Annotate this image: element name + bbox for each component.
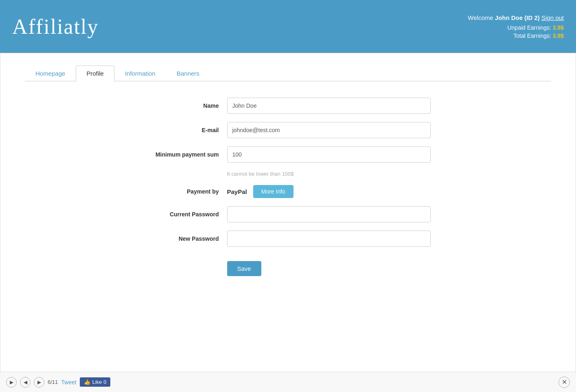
- total-value: 3.9$: [553, 33, 564, 39]
- total-earnings-line: Total Earnings: 3.9$: [468, 33, 564, 39]
- like-label: Like 0: [92, 379, 107, 385]
- current-password-row: Current Password: [146, 206, 431, 222]
- profile-form: Name E-mail Minimum payment sum It canno…: [146, 98, 431, 276]
- close-icon: ✕: [562, 378, 567, 386]
- payment-row: Payment by PayPal More Info: [146, 185, 431, 198]
- main-content: Homepage Profile Information Banners Nam…: [0, 53, 576, 386]
- total-label: Total Earnings:: [513, 33, 553, 39]
- close-button[interactable]: ✕: [558, 377, 570, 388]
- tab-homepage[interactable]: Homepage: [25, 65, 76, 81]
- unpaid-value: 3.9$: [553, 24, 564, 31]
- logo: Affiliatly: [12, 15, 99, 39]
- next-icon: ▶: [37, 379, 41, 385]
- bottom-left: ▶ ◀ ▶ 6/11 Tweet 👍 Like 0: [6, 377, 110, 388]
- payment-by-label: Payment by: [146, 188, 227, 195]
- tab-banners[interactable]: Banners: [166, 65, 210, 81]
- unpaid-earnings-line: Unpaid Earnings: 3.9$: [468, 24, 564, 31]
- play-icon: ▶: [10, 379, 13, 385]
- header-right: Welcome John Doe (ID 2) Sign out Unpaid …: [468, 14, 564, 39]
- tab-information[interactable]: Information: [114, 65, 166, 81]
- prev-button[interactable]: ◀: [20, 377, 31, 388]
- new-password-label: New Password: [146, 235, 227, 242]
- new-password-input[interactable]: [227, 231, 431, 247]
- prev-icon: ◀: [24, 379, 27, 385]
- tweet-link[interactable]: Tweet: [61, 379, 76, 385]
- payment-content: PayPal More Info: [227, 185, 293, 198]
- like-button[interactable]: 👍 Like 0: [80, 377, 111, 387]
- tabs-container: Homepage Profile Information Banners: [25, 65, 551, 81]
- new-password-row: New Password: [146, 231, 431, 247]
- page-counter: 6/11: [48, 379, 58, 385]
- min-payment-label: Minimum payment sum: [146, 151, 227, 158]
- sign-out-link[interactable]: Sign out: [541, 14, 564, 21]
- name-input[interactable]: [227, 98, 431, 114]
- current-password-input[interactable]: [227, 206, 431, 222]
- email-row: E-mail: [146, 122, 431, 138]
- play-button[interactable]: ▶: [6, 377, 17, 388]
- tab-profile[interactable]: Profile: [76, 65, 114, 81]
- bottom-toolbar: ▶ ◀ ▶ 6/11 Tweet 👍 Like 0 ✕: [0, 372, 576, 392]
- next-button[interactable]: ▶: [34, 377, 44, 388]
- current-password-label: Current Password: [146, 211, 227, 218]
- email-label: E-mail: [146, 127, 227, 133]
- welcome-text: Welcome: [468, 14, 495, 21]
- more-info-button[interactable]: More Info: [253, 185, 293, 198]
- user-name: John Doe (ID 2): [495, 14, 540, 21]
- save-button[interactable]: Save: [227, 261, 261, 276]
- min-payment-row: Minimum payment sum: [146, 146, 431, 163]
- min-payment-input[interactable]: [227, 146, 431, 163]
- like-icon: 👍: [84, 379, 90, 385]
- min-payment-hint: It cannot be lower than 100$: [227, 171, 431, 177]
- header: Affiliatly Welcome John Doe (ID 2) Sign …: [0, 0, 576, 53]
- payment-method: PayPal: [227, 188, 247, 195]
- email-input[interactable]: [227, 122, 431, 138]
- name-label: Name: [146, 102, 227, 109]
- welcome-line: Welcome John Doe (ID 2) Sign out: [468, 14, 564, 21]
- name-row: Name: [146, 98, 431, 114]
- unpaid-label: Unpaid Earnings:: [507, 24, 552, 31]
